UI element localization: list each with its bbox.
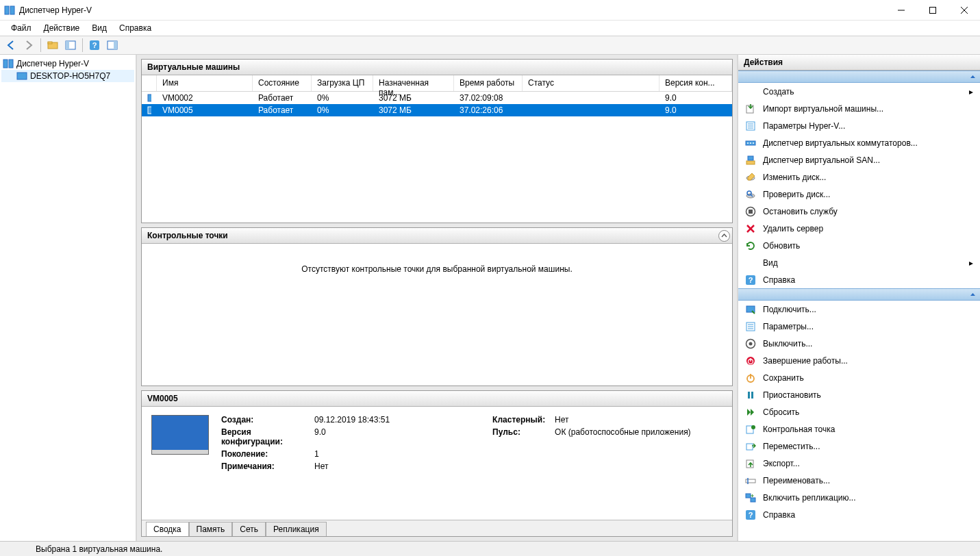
- vm-row[interactable]: VM0002 Работает 0% 3072 МБ 37.02:09:08 9…: [142, 92, 732, 104]
- label-notes: Примечания:: [221, 462, 310, 471]
- action-label: Сбросить: [763, 407, 799, 417]
- action-приостановить[interactable]: Приостановить: [738, 386, 980, 403]
- label-generation: Поколение:: [221, 449, 310, 459]
- action-подключить-[interactable]: Подключить...: [738, 301, 980, 318]
- action-обновить[interactable]: Обновить: [738, 237, 980, 254]
- action-параметры-[interactable]: Параметры...: [738, 318, 980, 335]
- action-label: Параметры...: [763, 322, 814, 331]
- actions-section-vm-bar[interactable]: [738, 288, 980, 301]
- action-создать[interactable]: Создать ▸: [738, 83, 980, 100]
- action-переместить-[interactable]: Переместить...: [738, 438, 980, 455]
- maximize-button[interactable]: [917, 0, 948, 21]
- value-config-version: 9.0: [314, 427, 326, 446]
- action-label: Завершение работы...: [763, 356, 848, 366]
- action-переименовать-[interactable]: Переименовать...: [738, 472, 980, 489]
- vm-state: Работает: [253, 93, 312, 103]
- svg-rect-40: [746, 306, 755, 312]
- action-удалить-сервер[interactable]: Удалить сервер: [738, 220, 980, 237]
- tree-root[interactable]: Диспетчер Hyper-V: [1, 58, 134, 70]
- actions-section-host-bar[interactable]: [738, 71, 980, 83]
- action-выключить-[interactable]: Выключить...: [738, 335, 980, 352]
- cp-empty-text: Отсутствуют контрольные точки для выбран…: [301, 264, 572, 274]
- minimize-button[interactable]: [885, 0, 917, 21]
- tree-pane: Диспетчер Hyper-V DESKTOP-HO5H7Q7: [0, 55, 137, 541]
- svg-rect-35: [749, 210, 753, 214]
- action-label: Создать: [763, 87, 794, 97]
- collapse-button[interactable]: [718, 230, 730, 242]
- svg-rect-0: [5, 6, 9, 14]
- svg-text:?: ?: [749, 276, 753, 284]
- action-label: Справка: [763, 510, 795, 520]
- action-контрольная-точка[interactable]: Контрольная точка: [738, 420, 980, 438]
- action-label: Изменить диск...: [763, 173, 826, 182]
- close-button[interactable]: [948, 0, 980, 21]
- action-сохранить[interactable]: Сохранить: [738, 369, 980, 386]
- back-button[interactable]: [3, 37, 19, 53]
- action-диспетчер-виртуальной-san-[interactable]: Диспетчер виртуальной SAN...: [738, 151, 980, 168]
- svg-point-25: [747, 142, 749, 144]
- cp-panel-title: Контрольные точки: [147, 231, 228, 240]
- tab-summary[interactable]: Сводка: [146, 522, 189, 536]
- toolbar: ?: [0, 36, 980, 55]
- action-вид[interactable]: Вид ▸: [738, 254, 980, 271]
- tab-network[interactable]: Сеть: [232, 522, 266, 536]
- action-label: Контрольная точка: [763, 425, 835, 434]
- value-generation: 1: [314, 449, 319, 459]
- menu-file[interactable]: Файл: [5, 22, 37, 34]
- action-справка[interactable]: ? Справка: [738, 506, 980, 523]
- action-параметры-hyper-v-[interactable]: Параметры Hyper-V...: [738, 117, 980, 134]
- svg-rect-56: [746, 444, 753, 450]
- panel-button[interactable]: [62, 37, 79, 53]
- import-icon: [745, 103, 756, 114]
- details-body: Создан:09.12.2019 18:43:51 Версия конфиг…: [142, 407, 732, 520]
- forward-button[interactable]: [21, 37, 37, 53]
- action-label: Диспетчер виртуальной SAN...: [763, 155, 880, 165]
- help-button[interactable]: ?: [86, 37, 103, 53]
- col-cpu[interactable]: Загрузка ЦП: [312, 75, 373, 91]
- label-config-version: Версия конфигурации:: [221, 427, 310, 446]
- action-включить-репликацию-[interactable]: Включить репликацию...: [738, 489, 980, 506]
- vm-mem: 3072 МБ: [373, 105, 454, 115]
- col-name[interactable]: Имя: [157, 75, 253, 91]
- action-экспорт-[interactable]: Экспорт...: [738, 455, 980, 472]
- folder-button[interactable]: [45, 37, 61, 53]
- svg-text:?: ?: [92, 41, 97, 49]
- value-created: 09.12.2019 18:43:51: [314, 415, 390, 425]
- label-created: Создан:: [221, 415, 310, 425]
- col-uptime[interactable]: Время работы: [454, 75, 523, 91]
- action-изменить-диск-[interactable]: Изменить диск...: [738, 168, 980, 186]
- col-version[interactable]: Версия кон...: [659, 75, 732, 91]
- vm-uptime: 37.02:09:08: [454, 93, 523, 103]
- action-импорт-виртуальной-машины-[interactable]: Импорт виртуальной машины...: [738, 100, 980, 117]
- action-завершение-работы-[interactable]: Завершение работы...: [738, 352, 980, 369]
- vm-thumbnail[interactable]: [151, 415, 209, 455]
- details-panel: VM0005 Создан:09.12.2019 18:43:51 Версия…: [141, 390, 733, 537]
- menu-action[interactable]: Действие: [38, 22, 86, 34]
- panel-button-2[interactable]: [104, 37, 121, 53]
- checkpoints-panel: Контрольные точки Отсутствуют контрольны…: [141, 227, 733, 386]
- col-state[interactable]: Состояние: [253, 75, 312, 91]
- action-label: Остановить службу: [763, 207, 838, 216]
- action-справка[interactable]: ? Справка: [738, 271, 980, 288]
- col-status[interactable]: Статус: [523, 75, 659, 91]
- action-проверить-диск-[interactable]: Проверить диск...: [738, 186, 980, 203]
- tab-replication[interactable]: Репликация: [266, 522, 327, 536]
- menu-help[interactable]: Справка: [114, 22, 157, 34]
- col-mem[interactable]: Назначенная пам...: [373, 75, 454, 91]
- svg-rect-9: [66, 41, 69, 49]
- tab-memory[interactable]: Память: [189, 522, 233, 536]
- statusbar-text: Выбрана 1 виртуальная машина.: [36, 544, 162, 554]
- label-heartbeat: Пульс:: [492, 427, 551, 437]
- replication-icon: [745, 492, 756, 503]
- action-диспетчер-виртуальных-коммутаторов-[interactable]: Диспетчер виртуальных коммутаторов...: [738, 134, 980, 151]
- tree-host[interactable]: DESKTOP-HO5H7Q7: [1, 70, 134, 82]
- actions-title: Действия: [744, 58, 783, 67]
- action-сбросить[interactable]: Сбросить: [738, 403, 980, 420]
- vm-uptime: 37.02:26:06: [454, 105, 523, 115]
- tree-host-label: DESKTOP-HO5H7Q7: [30, 71, 110, 81]
- action-остановить-службу[interactable]: Остановить службу: [738, 203, 980, 220]
- vm-row[interactable]: VM0005 Работает 0% 3072 МБ 37.02:26:06 9…: [142, 104, 732, 116]
- cp-panel-header: Контрольные точки: [142, 228, 732, 244]
- menu-view[interactable]: Вид: [86, 22, 112, 34]
- details-vm-name: VM0005: [147, 394, 178, 403]
